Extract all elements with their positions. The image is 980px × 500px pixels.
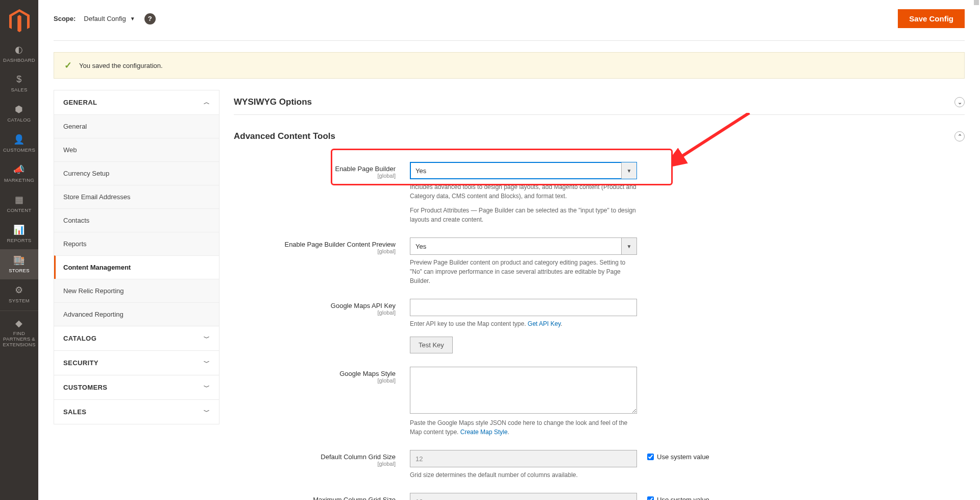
dollar-icon: $ [16, 74, 21, 85]
sidebar-group-sales: SALES ﹀ [54, 400, 219, 424]
nav-customers[interactable]: 👤CUSTOMERS [0, 129, 38, 159]
page-header: Scope: Default Config ▼ ? Save Config [54, 0, 965, 41]
sidebar-group-security: SECURITY ﹀ [54, 351, 219, 375]
sidebar-item-currency[interactable]: Currency Setup [54, 161, 219, 185]
field-google-maps-api-key: Google Maps API Key [global] Enter API k… [234, 295, 965, 363]
save-config-button[interactable]: Save Config [898, 9, 965, 28]
box-icon: ⬢ [15, 104, 23, 115]
field-scope: [global] [234, 461, 396, 467]
get-api-key-link[interactable]: Get API Key [528, 320, 560, 327]
scope-selector[interactable]: Default Config ▼ [84, 15, 135, 22]
field-scope: [global] [234, 377, 396, 384]
nav-marketing[interactable]: 📣MARKETING [0, 159, 38, 189]
sidebar-item-web[interactable]: Web [54, 138, 219, 161]
sidebar-item-store-email[interactable]: Store Email Addresses [54, 185, 219, 208]
sidebar-group-head[interactable]: CATALOG ﹀ [54, 326, 219, 350]
nav-sales[interactable]: $SALES [0, 69, 38, 99]
field-note: Grid size determines the default number … [410, 470, 637, 480]
field-label: Enable Page Builder Content Preview [284, 241, 396, 248]
field-note: Includes advanced tools to design page l… [410, 182, 637, 201]
store-icon: 🏬 [13, 254, 24, 266]
advanced-content-tools-body: Enable Page Builder [global] Yes ▼ Inclu… [234, 149, 965, 500]
sidebar-item-general[interactable]: General [54, 114, 219, 138]
field-note: Preview Page Builder content on product … [410, 258, 637, 285]
field-note: Paste the Google Maps style JSON code he… [410, 418, 637, 437]
sidebar-group-customers: CUSTOMERS ﹀ [54, 375, 219, 400]
success-text: You saved the configuration. [79, 62, 163, 69]
field-scope: [global] [234, 309, 396, 316]
chevron-down-icon: ﹀ [204, 383, 210, 392]
success-message: ✓ You saved the configuration. [54, 52, 965, 79]
section-advanced-content-tools[interactable]: Advanced Content Tools ⌃ [234, 124, 965, 149]
checkbox-input[interactable] [647, 496, 654, 500]
field-note: For Product Attributes — Page Builder ca… [410, 206, 637, 224]
field-enable-content-preview: Enable Page Builder Content Preview [glo… [234, 233, 965, 295]
nav-reports[interactable]: 📊REPORTS [0, 219, 38, 249]
gear-icon: ⚙ [15, 284, 23, 296]
google-maps-style-textarea[interactable] [410, 367, 637, 414]
config-body: WYSIWYG Options ⌄ Advanced Content Tools… [234, 90, 965, 500]
partners-icon: ◆ [15, 318, 22, 329]
field-enable-page-builder: Enable Page Builder [global] Yes ▼ Inclu… [234, 158, 965, 233]
admin-nav: ◐DASHBOARD $SALES ⬢CATALOG 👤CUSTOMERS 📣M… [0, 0, 38, 500]
enable-page-builder-select[interactable]: Yes ▼ [410, 162, 637, 179]
nav-system[interactable]: ⚙SYSTEM [0, 279, 38, 309]
sidebar-item-new-relic[interactable]: New Relic Reporting [54, 279, 219, 302]
nav-stores[interactable]: 🏬STORES [0, 249, 38, 279]
chart-icon: 📊 [13, 224, 24, 235]
sidebar-item-content-management[interactable]: Content Management [54, 255, 219, 279]
sidebar-item-contacts[interactable]: Contacts [54, 208, 219, 232]
checkbox-input[interactable] [647, 454, 654, 460]
enable-content-preview-select[interactable]: Yes ▼ [410, 237, 637, 255]
sidebar-group-head[interactable]: GENERAL ︿ [54, 90, 219, 114]
sidebar-item-reports[interactable]: Reports [54, 232, 219, 255]
sidebar-group-head[interactable]: SALES ﹀ [54, 400, 219, 424]
sidebar-group-head[interactable]: CUSTOMERS ﹀ [54, 375, 219, 399]
field-label: Default Column Grid Size [321, 453, 396, 461]
dropdown-toggle-icon[interactable]: ▼ [621, 162, 636, 179]
sidebar-group-general: GENERAL ︿ General Web Currency Setup Sto… [54, 90, 219, 326]
use-system-value-checkbox[interactable]: Use system value [637, 493, 709, 500]
chevron-up-icon: ︿ [204, 98, 210, 107]
checkmark-icon: ✓ [64, 60, 72, 71]
chevron-down-icon: ﹀ [204, 334, 210, 343]
field-label: Maximum Column Grid Size [313, 496, 396, 500]
field-label: Google Maps API Key [331, 302, 396, 309]
field-default-column-grid-size: Default Column Grid Size [global] Grid s… [234, 446, 965, 489]
expand-icon: ⌄ [954, 97, 965, 107]
field-scope: [global] [234, 173, 396, 179]
magento-logo[interactable] [9, 9, 30, 30]
chevron-down-icon: ﹀ [204, 408, 210, 416]
config-sidebar: GENERAL ︿ General Web Currency Setup Sto… [54, 90, 219, 500]
section-wysiwyg-options[interactable]: WYSIWYG Options ⌄ [234, 90, 965, 115]
field-label: Google Maps Style [339, 370, 396, 377]
sidebar-group-catalog: CATALOG ﹀ [54, 326, 219, 351]
default-grid-input [410, 450, 637, 467]
megaphone-icon: 📣 [13, 164, 24, 175]
nav-find-partners[interactable]: ◆FIND PARTNERS & EXTENSIONS [0, 311, 38, 353]
field-note: Enter API key to use the Map content typ… [410, 319, 637, 328]
max-grid-input [410, 493, 637, 500]
sidebar-group-head[interactable]: SECURITY ﹀ [54, 351, 219, 375]
create-map-style-link[interactable]: Create Map Style [460, 428, 508, 436]
field-google-maps-style: Google Maps Style [global] Paste the Goo… [234, 363, 965, 446]
field-scope: [global] [234, 248, 396, 254]
layout-icon: ▦ [15, 194, 23, 205]
nav-catalog[interactable]: ⬢CATALOG [0, 99, 38, 129]
field-maximum-column-grid-size: Maximum Column Grid Size [global] Use sy… [234, 489, 965, 500]
scope-label: Scope: [54, 15, 76, 22]
help-icon[interactable]: ? [144, 13, 156, 25]
test-key-button[interactable]: Test Key [410, 337, 453, 353]
scroll-indicator [974, 0, 979, 5]
chevron-down-icon: ﹀ [204, 359, 210, 367]
scope-value: Default Config [84, 15, 126, 22]
caret-down-icon: ▼ [130, 16, 135, 21]
google-maps-api-key-input[interactable] [410, 299, 637, 316]
collapse-icon: ⌃ [954, 131, 965, 141]
dropdown-toggle-icon[interactable]: ▼ [621, 238, 636, 254]
use-system-value-checkbox[interactable]: Use system value [637, 450, 709, 461]
gauge-icon: ◐ [15, 44, 23, 55]
sidebar-item-adv-reporting[interactable]: Advanced Reporting [54, 302, 219, 326]
nav-content[interactable]: ▦CONTENT [0, 189, 38, 219]
nav-dashboard[interactable]: ◐DASHBOARD [0, 39, 38, 69]
